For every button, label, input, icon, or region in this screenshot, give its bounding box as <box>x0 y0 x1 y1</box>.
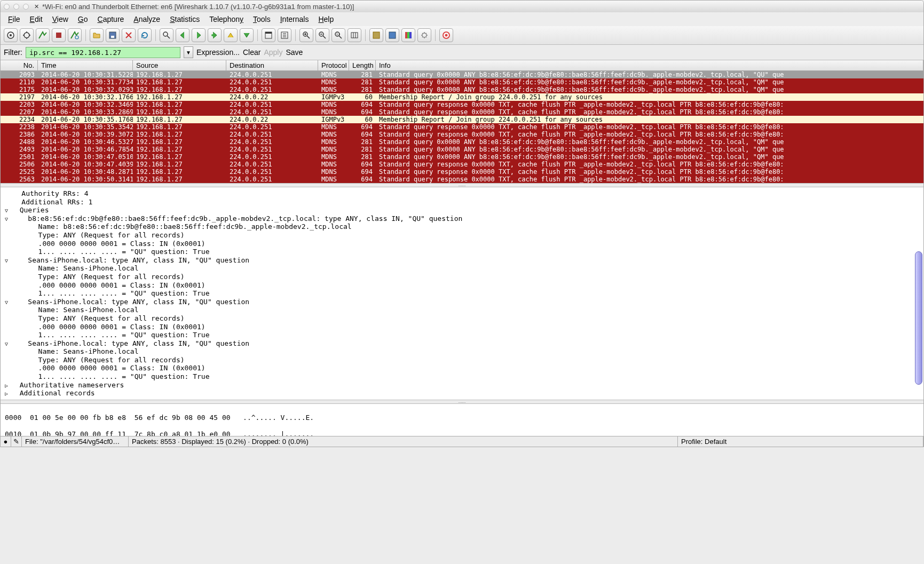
options-button[interactable] <box>20 28 34 42</box>
display-filters-button[interactable] <box>385 28 399 42</box>
packet-row[interactable]: 25252014-06-20 10:30:48.2871590192.168.1… <box>1 168 923 176</box>
go-to-packet-button[interactable] <box>208 28 222 42</box>
open-file-button[interactable] <box>90 28 104 42</box>
detail-line[interactable]: Name: b8:e8:56:ef:dc:9b@fe80::bae8:56ff:… <box>5 223 919 231</box>
col-protocol[interactable]: Protocol <box>318 60 349 70</box>
detail-line[interactable]: Name: Seans-iPhone.local <box>5 306 919 314</box>
filter-dropdown[interactable]: ▼ <box>184 46 193 58</box>
packet-row[interactable]: 22342014-06-20 10:30:35.1768600192.168.1… <box>1 116 923 123</box>
zoom-window-button[interactable] <box>23 4 29 10</box>
menu-help[interactable]: Help <box>314 14 338 25</box>
detail-line[interactable]: Type: ANY (Request for all records) <box>5 314 919 323</box>
packet-row[interactable]: 22032014-06-20 10:30:32.3469050192.168.1… <box>1 101 923 108</box>
packet-row[interactable]: 24932014-06-20 10:30:46.7854700192.168.1… <box>1 146 923 153</box>
go-first-button[interactable] <box>224 28 238 42</box>
preferences-button[interactable] <box>417 28 431 42</box>
zoom-out-button[interactable] <box>315 28 329 42</box>
close-file-button[interactable] <box>122 28 136 42</box>
query-node[interactable]: b8:e8:56:ef:dc:9b@fe80::bae8:56ff:feef:d… <box>5 215 919 223</box>
close-window-button[interactable] <box>4 4 10 10</box>
authoritative-node[interactable]: Authoritative nameservers <box>5 381 919 390</box>
detail-line[interactable]: .000 0000 0000 0001 = Class: IN (0x0001) <box>5 240 919 248</box>
menu-telephony[interactable]: Telephony <box>205 14 248 25</box>
packet-row[interactable]: 20932014-06-20 10:30:31.5228200192.168.1… <box>1 71 923 78</box>
pane-splitter-2[interactable]: ······ <box>1 400 923 404</box>
additional-node[interactable]: Additional records <box>5 389 919 398</box>
details-scrollbar[interactable] <box>915 251 922 385</box>
col-info[interactable]: Info <box>376 60 923 70</box>
clear-button[interactable]: Clear <box>243 48 260 57</box>
colorize-button[interactable] <box>262 28 275 42</box>
zoom-in-button[interactable] <box>299 28 313 42</box>
go-forward-button[interactable] <box>192 28 206 42</box>
find-button[interactable] <box>160 28 173 42</box>
menu-statistics[interactable]: Statistics <box>165 14 204 25</box>
go-back-button[interactable] <box>176 28 189 42</box>
col-length[interactable]: Length <box>349 60 376 70</box>
help-button[interactable] <box>439 28 453 42</box>
filter-input[interactable] <box>26 47 180 58</box>
packet-bytes-pane[interactable]: 0000 01 00 5e 00 00 fb b8 e8 56 ef dc 9b… <box>1 404 923 436</box>
detail-line[interactable]: Authority RRs: 4 <box>5 189 919 198</box>
menu-internals[interactable]: Internals <box>276 14 313 25</box>
detail-line[interactable]: .000 0000 0000 0001 = Class: IN (0x0001) <box>5 323 919 331</box>
save-filter-button[interactable]: Save <box>286 48 303 57</box>
detail-line[interactable]: .000 0000 0000 0001 = Class: IN (0x0001) <box>5 281 919 290</box>
packet-row[interactable]: 21102014-06-20 10:30:31.7734380192.168.1… <box>1 78 923 86</box>
packet-list-header[interactable]: No. Time Source Destination Protocol Len… <box>1 60 923 71</box>
detail-line[interactable]: Name: Seans-iPhone.local <box>5 264 919 273</box>
packet-details-pane[interactable]: Authority RRs: 4 Additional RRs: 1 Queri… <box>1 187 923 400</box>
detail-line[interactable]: Type: ANY (Request for all records) <box>5 231 919 240</box>
apply-button[interactable]: Apply <box>264 48 282 57</box>
minimize-window-button[interactable] <box>13 4 19 10</box>
detail-line[interactable]: 1... .... .... .... = "QU" question: Tru… <box>5 372 919 381</box>
menu-analyze[interactable]: Analyze <box>129 14 164 25</box>
auto-scroll-button[interactable] <box>278 28 291 42</box>
menu-view[interactable]: View <box>48 14 73 25</box>
packet-row[interactable]: 25632014-06-20 10:30:50.3141520192.168.1… <box>1 176 923 183</box>
query-node[interactable]: Seans-iPhone.local: type ANY, class IN, … <box>5 298 919 306</box>
go-last-button[interactable] <box>240 28 254 42</box>
menu-file[interactable]: File <box>4 14 25 25</box>
expert-info-icon[interactable]: ● <box>1 436 11 447</box>
packet-row[interactable]: 21752014-06-20 10:30:32.0293290192.168.1… <box>1 86 923 93</box>
start-capture-button[interactable] <box>36 28 50 42</box>
reload-button[interactable] <box>138 28 152 42</box>
query-node[interactable]: Seans-iPhone.local: type ANY, class IN, … <box>5 339 919 348</box>
detail-line[interactable]: 1... .... .... .... = "QU" question: Tru… <box>5 248 919 256</box>
packet-row[interactable]: 22382014-06-20 10:30:35.3542170192.168.1… <box>1 123 923 131</box>
detail-line[interactable]: Type: ANY (Request for all records) <box>5 356 919 364</box>
col-time[interactable]: Time <box>38 60 133 70</box>
menu-capture[interactable]: Capture <box>93 14 129 25</box>
status-profile[interactable]: Profile: Default <box>678 436 923 447</box>
detail-line[interactable]: .000 0000 0000 0001 = Class: IN (0x0001) <box>5 364 919 372</box>
zoom-reset-button[interactable]: 1:1 <box>331 28 345 42</box>
restart-capture-button[interactable] <box>68 28 82 42</box>
detail-line[interactable]: 1... .... .... .... = "QU" question: Tru… <box>5 331 919 339</box>
menu-go[interactable]: Go <box>74 14 92 25</box>
col-destination[interactable]: Destination <box>226 60 318 70</box>
detail-line[interactable]: Type: ANY (Request for all records) <box>5 273 919 281</box>
query-node[interactable]: Seans-iPhone.local: type ANY, class IN, … <box>5 256 919 265</box>
capture-comment-icon[interactable]: ✎ <box>11 436 22 447</box>
capture-filters-button[interactable] <box>369 28 383 42</box>
packet-row[interactable]: 25062014-06-20 10:30:47.4039320192.168.1… <box>1 161 923 168</box>
col-no[interactable]: No. <box>1 60 38 70</box>
save-file-button[interactable] <box>106 28 120 42</box>
packet-row[interactable]: 24882014-06-20 10:30:46.5327650192.168.1… <box>1 138 923 146</box>
expression-button[interactable]: Expression... <box>196 48 240 57</box>
packet-row[interactable]: 23862014-06-20 10:30:39.3072650192.168.1… <box>1 131 923 138</box>
coloring-rules-button[interactable] <box>401 28 415 42</box>
packet-row[interactable]: 25012014-06-20 10:30:47.0510140192.168.1… <box>1 153 923 161</box>
hex-line[interactable]: 0010 01 0b 9b 97 00 00 ff 11 7c 8b c0 a8… <box>5 430 919 436</box>
col-source[interactable]: Source <box>133 60 226 70</box>
detail-line[interactable]: Name: Seans-iPhone.local <box>5 347 919 356</box>
interfaces-button[interactable] <box>4 28 18 42</box>
pane-splitter-1[interactable]: ······ <box>1 183 923 187</box>
detail-line[interactable]: Additional RRs: 1 <box>5 198 919 206</box>
packet-row[interactable]: 21972014-06-20 10:30:32.1766610192.168.1… <box>1 93 923 101</box>
hex-line[interactable]: 0000 01 00 5e 00 00 fb b8 e8 56 ef dc 9b… <box>5 414 919 422</box>
menu-tools[interactable]: Tools <box>249 14 275 25</box>
resize-columns-button[interactable] <box>348 28 361 42</box>
packet-row[interactable]: 22072014-06-20 10:30:33.2869630192.168.1… <box>1 108 923 116</box>
